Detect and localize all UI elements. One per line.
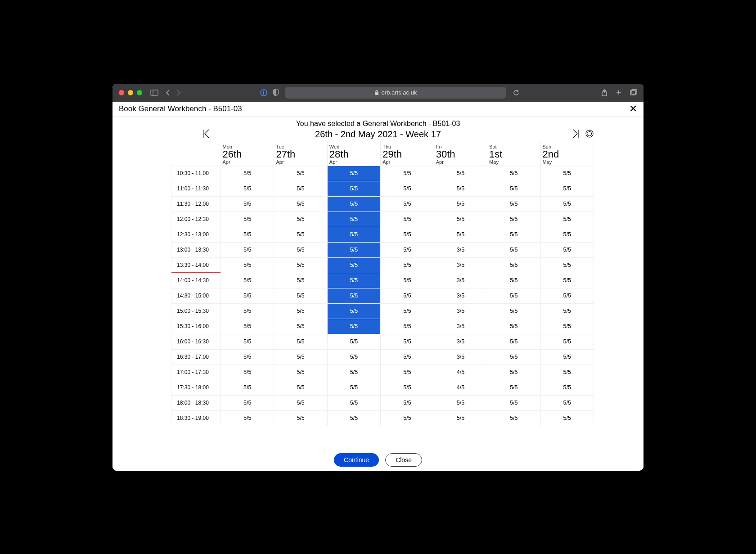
slot-cell[interactable]: 5/5 bbox=[327, 410, 380, 426]
slot-cell[interactable]: 3/5 bbox=[434, 303, 487, 319]
slot-cell[interactable]: 5/5 bbox=[487, 380, 540, 395]
maximize-window-icon[interactable] bbox=[137, 90, 142, 95]
slot-cell[interactable]: 5/5 bbox=[274, 227, 327, 242]
slot-cell[interactable]: 5/5 bbox=[540, 288, 594, 303]
slot-cell[interactable]: 3/5 bbox=[434, 288, 487, 303]
slot-cell[interactable]: 5/5 bbox=[487, 196, 540, 212]
minimize-window-icon[interactable] bbox=[128, 90, 133, 95]
slot-cell[interactable]: 5/5 bbox=[274, 242, 327, 257]
slot-cell[interactable]: 5/5 bbox=[381, 395, 434, 410]
slot-cell[interactable]: 5/5 bbox=[381, 196, 434, 212]
slot-cell[interactable]: 5/5 bbox=[274, 410, 327, 426]
slot-cell[interactable]: 5/5 bbox=[381, 166, 434, 181]
slot-cell[interactable]: 5/5 bbox=[274, 181, 327, 196]
slot-cell[interactable]: 3/5 bbox=[434, 242, 487, 257]
slot-cell[interactable]: 5/5 bbox=[540, 303, 594, 319]
slot-cell[interactable]: 5/5 bbox=[221, 380, 274, 395]
slot-cell[interactable]: 5/5 bbox=[221, 395, 274, 410]
slot-cell[interactable]: 5/5 bbox=[487, 242, 540, 257]
slot-cell[interactable]: 5/5 bbox=[327, 257, 380, 273]
slot-cell[interactable]: 5/5 bbox=[487, 257, 540, 273]
slot-cell[interactable]: 5/5 bbox=[487, 303, 540, 319]
slot-cell[interactable]: 5/5 bbox=[540, 227, 594, 242]
slot-cell[interactable]: 5/5 bbox=[327, 181, 380, 196]
slot-cell[interactable]: 5/5 bbox=[540, 334, 594, 349]
reload-icon[interactable] bbox=[513, 90, 522, 96]
slot-cell[interactable]: 5/5 bbox=[487, 319, 540, 334]
slot-cell[interactable]: 5/5 bbox=[540, 349, 594, 365]
slot-cell[interactable]: 5/5 bbox=[274, 273, 327, 288]
slot-cell[interactable]: 5/5 bbox=[540, 319, 594, 334]
slot-cell[interactable]: 5/5 bbox=[327, 227, 380, 242]
slot-cell[interactable]: 5/5 bbox=[274, 212, 327, 227]
slot-cell[interactable]: 5/5 bbox=[274, 319, 327, 334]
slot-cell[interactable]: 5/5 bbox=[434, 410, 487, 426]
slot-cell[interactable]: 5/5 bbox=[434, 227, 487, 242]
slot-cell[interactable]: 5/5 bbox=[381, 273, 434, 288]
share-icon[interactable] bbox=[601, 89, 608, 96]
slot-cell[interactable]: 5/5 bbox=[221, 242, 274, 257]
slot-cell[interactable]: 5/5 bbox=[381, 288, 434, 303]
slot-cell[interactable]: 5/5 bbox=[327, 334, 380, 349]
slot-cell[interactable]: 5/5 bbox=[327, 380, 380, 395]
slot-cell[interactable]: 5/5 bbox=[540, 181, 594, 196]
slot-cell[interactable]: 5/5 bbox=[221, 288, 274, 303]
slot-cell[interactable]: 5/5 bbox=[327, 212, 380, 227]
slot-cell[interactable]: 5/5 bbox=[221, 303, 274, 319]
slot-cell[interactable]: 5/5 bbox=[381, 257, 434, 273]
refresh-icon[interactable] bbox=[585, 129, 594, 140]
close-button[interactable]: Close bbox=[385, 453, 422, 467]
slot-cell[interactable]: 3/5 bbox=[434, 349, 487, 365]
slot-cell[interactable]: 5/5 bbox=[381, 334, 434, 349]
window-controls[interactable] bbox=[119, 90, 142, 95]
slot-cell[interactable]: 5/5 bbox=[487, 410, 540, 426]
continue-button[interactable]: Continue bbox=[334, 453, 379, 467]
slot-cell[interactable]: 5/5 bbox=[274, 349, 327, 365]
slot-cell[interactable]: 5/5 bbox=[487, 273, 540, 288]
sidebar-toggle-icon[interactable] bbox=[150, 90, 159, 96]
close-window-icon[interactable] bbox=[119, 90, 124, 95]
slot-cell[interactable]: 5/5 bbox=[221, 257, 274, 273]
slot-cell[interactable]: 5/5 bbox=[540, 365, 594, 380]
slot-cell[interactable]: 5/5 bbox=[274, 257, 327, 273]
slot-cell[interactable]: 5/5 bbox=[327, 319, 380, 334]
slot-cell[interactable]: 3/5 bbox=[434, 273, 487, 288]
slot-cell[interactable]: 5/5 bbox=[221, 227, 274, 242]
prev-week-icon[interactable] bbox=[202, 129, 211, 140]
slot-cell[interactable]: 5/5 bbox=[221, 212, 274, 227]
slot-cell[interactable]: 5/5 bbox=[327, 196, 380, 212]
slot-cell[interactable]: 5/5 bbox=[487, 227, 540, 242]
new-tab-icon[interactable] bbox=[616, 89, 622, 96]
slot-cell[interactable]: 3/5 bbox=[434, 334, 487, 349]
slot-cell[interactable]: 5/5 bbox=[434, 196, 487, 212]
slot-cell[interactable]: 5/5 bbox=[487, 166, 540, 181]
slot-cell[interactable]: 5/5 bbox=[487, 212, 540, 227]
close-icon[interactable]: ✕ bbox=[629, 103, 637, 115]
slot-cell[interactable]: 5/5 bbox=[274, 303, 327, 319]
slot-cell[interactable]: 5/5 bbox=[221, 196, 274, 212]
slot-cell[interactable]: 5/5 bbox=[221, 166, 274, 181]
slot-cell[interactable]: 3/5 bbox=[434, 257, 487, 273]
slot-cell[interactable]: 5/5 bbox=[381, 242, 434, 257]
slot-cell[interactable]: 5/5 bbox=[327, 395, 380, 410]
slot-cell[interactable]: 5/5 bbox=[540, 196, 594, 212]
slot-cell[interactable]: 5/5 bbox=[274, 288, 327, 303]
slot-cell[interactable]: 5/5 bbox=[221, 319, 274, 334]
back-icon[interactable] bbox=[166, 90, 170, 96]
slot-cell[interactable]: 5/5 bbox=[327, 303, 380, 319]
slot-cell[interactable]: 5/5 bbox=[274, 166, 327, 181]
slot-cell[interactable]: 5/5 bbox=[540, 395, 594, 410]
privacy-shield-icon[interactable] bbox=[273, 89, 282, 96]
slot-cell[interactable]: 5/5 bbox=[274, 196, 327, 212]
slot-cell[interactable]: 5/5 bbox=[540, 380, 594, 395]
slot-cell[interactable]: 4/5 bbox=[434, 380, 487, 395]
slot-cell[interactable]: 5/5 bbox=[327, 273, 380, 288]
slot-cell[interactable]: 5/5 bbox=[540, 166, 594, 181]
slot-cell[interactable]: 5/5 bbox=[381, 380, 434, 395]
slot-cell[interactable]: 5/5 bbox=[221, 273, 274, 288]
slot-cell[interactable]: 5/5 bbox=[221, 365, 274, 380]
slot-cell[interactable]: 5/5 bbox=[540, 212, 594, 227]
slot-cell[interactable]: 5/5 bbox=[327, 242, 380, 257]
slot-cell[interactable]: 5/5 bbox=[221, 410, 274, 426]
slot-cell[interactable]: 5/5 bbox=[434, 212, 487, 227]
